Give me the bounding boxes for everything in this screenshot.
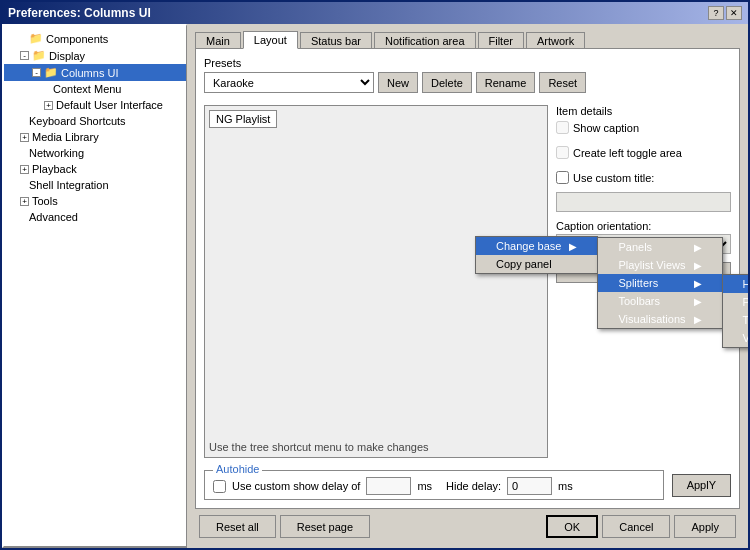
arrow-icon: ▶ bbox=[569, 241, 577, 252]
expand-icon[interactable]: - bbox=[20, 51, 29, 60]
presets-label: Presets bbox=[204, 57, 731, 69]
custom-title-input[interactable] bbox=[556, 192, 731, 212]
tab-filter[interactable]: Filter bbox=[478, 32, 524, 49]
expand-icon[interactable]: + bbox=[20, 197, 29, 206]
submenu-playlist-views[interactable]: Playlist Views ▶ bbox=[598, 256, 721, 274]
window-title: Preferences: Columns UI bbox=[8, 6, 151, 20]
reset-all-button[interactable]: Reset all bbox=[199, 515, 276, 538]
ok-button[interactable]: OK bbox=[546, 515, 598, 538]
sidebar: 📁 Components - 📁 Display - 📁 Columns UI bbox=[2, 24, 187, 548]
sidebar-item-default-ui[interactable]: + Default User Interface bbox=[4, 97, 186, 113]
layout-row: NG Playlist Use the tree shortcut menu t… bbox=[204, 105, 731, 458]
autohide-label: Use custom show delay of bbox=[232, 480, 360, 492]
layout-hint: Use the tree shortcut menu to make chang… bbox=[209, 441, 429, 453]
arrow-icon: ▶ bbox=[694, 278, 702, 289]
arrow-icon: ▶ bbox=[694, 260, 702, 271]
submenu-tab-stack[interactable]: Tab stack bbox=[723, 311, 750, 329]
sidebar-item-playback[interactable]: + Playback bbox=[4, 161, 186, 177]
autohide-title: Autohide bbox=[213, 463, 262, 475]
menu-item-change-base[interactable]: Change base ▶ Panels ▶ bbox=[476, 237, 597, 255]
submenu-splitters[interactable]: Splitters ▶ Horizontal splitter bbox=[598, 274, 721, 292]
folder-icon: 📁 bbox=[32, 49, 46, 62]
show-caption-row: Show caption bbox=[556, 121, 731, 134]
hide-delay-label: Hide delay: bbox=[446, 480, 501, 492]
bottom-left-buttons: Reset all Reset page bbox=[199, 515, 370, 538]
menu-item-copy-panel[interactable]: Copy panel bbox=[476, 255, 597, 273]
preset-select[interactable]: Karaoke bbox=[204, 72, 374, 93]
apply-inner-button[interactable]: ApplY bbox=[672, 474, 731, 497]
sidebar-item-context-menu[interactable]: Context Menu bbox=[4, 81, 186, 97]
arrow-icon: ▶ bbox=[694, 314, 702, 325]
autohide-ms1: ms bbox=[417, 480, 432, 492]
sidebar-item-columns-ui[interactable]: - 📁 Columns UI bbox=[4, 64, 186, 81]
expand-icon[interactable]: + bbox=[20, 133, 29, 142]
tab-notification-area[interactable]: Notification area bbox=[374, 32, 476, 49]
sidebar-item-media-library[interactable]: + Media Library bbox=[4, 129, 186, 145]
sidebar-item-keyboard-shortcuts[interactable]: Keyboard Shortcuts bbox=[4, 113, 186, 129]
create-toggle-row: Create left toggle area bbox=[556, 146, 731, 159]
show-caption-label: Show caption bbox=[573, 122, 639, 134]
sidebar-item-networking[interactable]: Networking bbox=[4, 145, 186, 161]
sidebar-item-display[interactable]: - 📁 Display bbox=[4, 47, 186, 64]
use-custom-title-row: Use custom title: bbox=[556, 171, 731, 184]
submenu-horizontal-splitter[interactable]: Horizontal splitter bbox=[723, 275, 750, 293]
sidebar-item-shell-integration[interactable]: Shell Integration bbox=[4, 177, 186, 193]
cancel-button[interactable]: Cancel bbox=[602, 515, 670, 538]
title-bar-buttons: ? ✕ bbox=[708, 6, 742, 20]
submenu-visualisations[interactable]: Visualisations ▶ bbox=[598, 310, 721, 328]
expand-icon[interactable]: + bbox=[20, 165, 29, 174]
tab-content: Presets Karaoke New Delete Rename Reset bbox=[195, 48, 740, 509]
reset-page-button[interactable]: Reset page bbox=[280, 515, 370, 538]
expand-icon[interactable]: + bbox=[44, 101, 53, 110]
sidebar-item-advanced[interactable]: Advanced bbox=[4, 209, 186, 225]
bottom-buttons: Reset all Reset page OK Cancel Apply bbox=[195, 509, 740, 542]
rename-button[interactable]: Rename bbox=[476, 72, 536, 93]
tab-status-bar[interactable]: Status bar bbox=[300, 32, 372, 49]
presets-section: Presets Karaoke New Delete Rename Reset bbox=[204, 57, 731, 93]
folder-icon: 📁 bbox=[29, 32, 43, 45]
autohide-row: Use custom show delay of ms Hide delay: … bbox=[213, 475, 655, 495]
create-toggle-label: Create left toggle area bbox=[573, 147, 682, 159]
caption-orientation-label: Caption orientation: bbox=[556, 220, 731, 232]
submenu-playlist-tabs[interactable]: Playlist tabs bbox=[723, 293, 750, 311]
close-button[interactable]: ✕ bbox=[726, 6, 742, 20]
autohide-ms2: ms bbox=[558, 480, 573, 492]
tab-main[interactable]: Main bbox=[195, 32, 241, 49]
submenu-vertical-splitter[interactable]: Vertical splitter bbox=[723, 329, 750, 347]
context-menu-container: Change base ▶ Panels ▶ bbox=[475, 236, 598, 274]
bottom-right-buttons: OK Cancel Apply bbox=[546, 515, 736, 538]
arrow-icon: ▶ bbox=[694, 296, 702, 307]
new-button[interactable]: New bbox=[378, 72, 418, 93]
apply-button[interactable]: Apply bbox=[674, 515, 736, 538]
submenu-splitters-options: Horizontal splitter Playlist tabs Tab st… bbox=[722, 274, 750, 348]
tab-artwork[interactable]: Artwork bbox=[526, 32, 585, 49]
sidebar-item-components[interactable]: 📁 Components bbox=[4, 30, 186, 47]
submenu-change-base: Panels ▶ Playlist Views ▶ Sp bbox=[597, 237, 722, 329]
main-panel: Main Layout Status bar Notification area… bbox=[187, 24, 748, 548]
submenu-panels[interactable]: Panels ▶ bbox=[598, 238, 721, 256]
preferences-window: Preferences: Columns UI ? ✕ 📁 Components… bbox=[0, 0, 750, 550]
change-base-label: Change base bbox=[496, 240, 561, 252]
sidebar-item-tools[interactable]: + Tools bbox=[4, 193, 186, 209]
item-details-title: Item details bbox=[556, 105, 731, 117]
use-custom-title-label: Use custom title: bbox=[573, 172, 654, 184]
tab-bar: Main Layout Status bar Notification area… bbox=[195, 30, 740, 48]
show-caption-checkbox[interactable] bbox=[556, 121, 569, 134]
submenu-toolbars[interactable]: Toolbars ▶ bbox=[598, 292, 721, 310]
use-custom-title-checkbox[interactable] bbox=[556, 171, 569, 184]
expand-icon[interactable]: - bbox=[32, 68, 41, 77]
preset-row: Karaoke New Delete Rename Reset bbox=[204, 72, 731, 93]
tab-layout[interactable]: Layout bbox=[243, 31, 298, 49]
hide-delay-input[interactable] bbox=[507, 477, 552, 495]
autohide-checkbox[interactable] bbox=[213, 480, 226, 493]
autohide-delay-input[interactable] bbox=[366, 477, 411, 495]
copy-panel-label: Copy panel bbox=[496, 258, 552, 270]
layout-area[interactable]: NG Playlist Use the tree shortcut menu t… bbox=[204, 105, 548, 458]
help-button[interactable]: ? bbox=[708, 6, 724, 20]
delete-button[interactable]: Delete bbox=[422, 72, 472, 93]
reset-button[interactable]: Reset bbox=[539, 72, 586, 93]
create-toggle-checkbox[interactable] bbox=[556, 146, 569, 159]
title-bar: Preferences: Columns UI ? ✕ bbox=[2, 2, 748, 24]
autohide-apply-row: Autohide Use custom show delay of ms Hid… bbox=[204, 470, 731, 500]
arrow-icon: ▶ bbox=[694, 242, 702, 253]
